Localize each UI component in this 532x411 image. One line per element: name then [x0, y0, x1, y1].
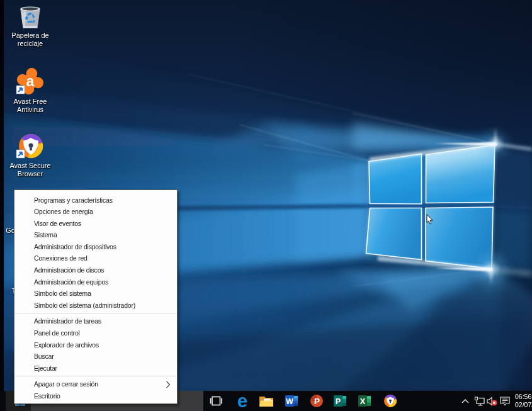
svg-text:P: P	[336, 397, 341, 406]
svg-text:e: e	[237, 393, 247, 409]
svg-text:P: P	[314, 397, 320, 406]
svg-text:W: W	[286, 397, 293, 406]
svg-text:X: X	[360, 397, 366, 406]
svg-text:a: a	[26, 73, 35, 89]
